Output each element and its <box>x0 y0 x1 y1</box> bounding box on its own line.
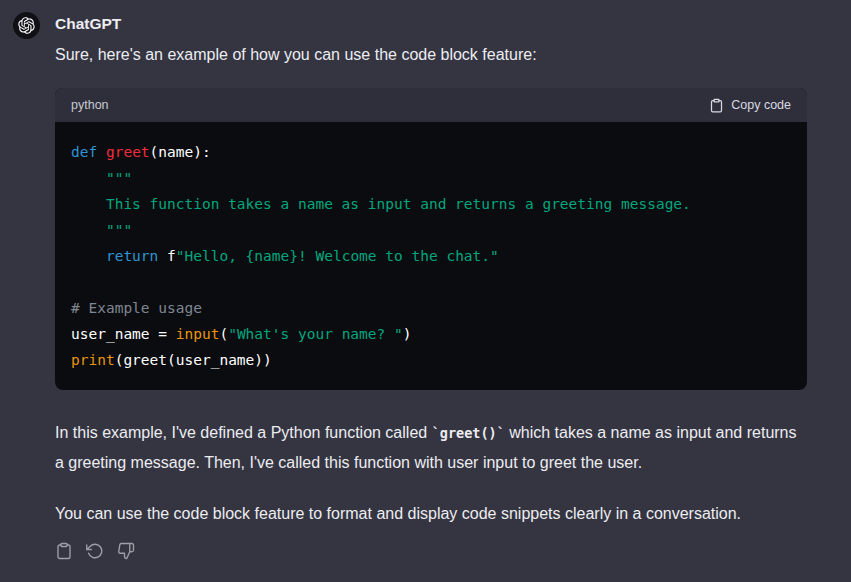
code-content: def greet(name): """ This function takes… <box>55 122 807 390</box>
code-line: user_name = input("What's your name? ") <box>71 321 791 347</box>
code-line: """ <box>71 217 791 243</box>
copy-code-button[interactable]: Copy code <box>709 98 791 113</box>
code-line: # Example usage <box>71 295 791 321</box>
sender-name: ChatGPT <box>55 10 807 37</box>
regenerate-button[interactable] <box>86 542 104 560</box>
code-line: print(greet(user_name)) <box>71 347 791 373</box>
thumbs-down-button[interactable] <box>117 542 135 560</box>
copy-message-button[interactable] <box>55 542 73 560</box>
closing-paragraph: You can use the code block feature to fo… <box>55 499 807 529</box>
actions-bar <box>55 542 807 560</box>
code-language-label: python <box>71 98 109 112</box>
code-line: def greet(name): <box>71 139 791 165</box>
code-line: return f"Hello, {name}! Welcome to the c… <box>71 243 791 269</box>
code-line <box>71 269 791 295</box>
clipboard-icon <box>55 542 73 560</box>
code-line: This function takes a name as input and … <box>71 191 791 217</box>
intro-paragraph: Sure, here's an example of how you can u… <box>55 42 807 68</box>
copy-code-label: Copy code <box>731 98 791 112</box>
explanation-paragraph: In this example, I've defined a Python f… <box>55 418 807 478</box>
clipboard-icon <box>709 98 724 113</box>
rotate-ccw-icon <box>86 542 104 560</box>
inline-code: `greet()` <box>432 425 505 441</box>
openai-logo-icon <box>18 17 35 34</box>
thumbs-down-icon <box>117 542 135 560</box>
message-content: ChatGPT Sure, here's an example of how y… <box>55 10 807 560</box>
chatgpt-avatar <box>13 12 40 39</box>
explanation-before: In this example, I've defined a Python f… <box>55 424 432 441</box>
code-block: python Copy code def greet(name): """ Th… <box>55 88 807 390</box>
code-header: python Copy code <box>55 88 807 122</box>
code-line: """ <box>71 165 791 191</box>
assistant-message: ChatGPT Sure, here's an example of how y… <box>0 0 851 560</box>
